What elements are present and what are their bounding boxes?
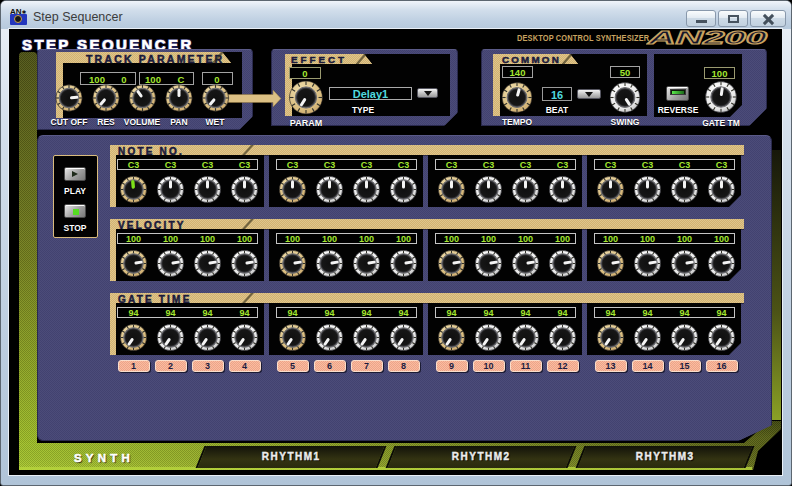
- svg-text:AN200: AN200: [646, 27, 768, 48]
